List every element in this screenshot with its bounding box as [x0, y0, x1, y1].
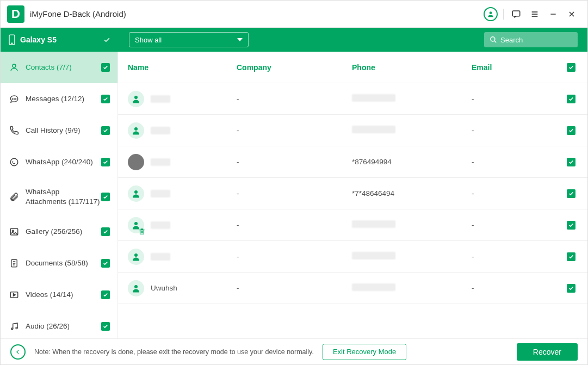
sidebar: Contacts (7/7) Messages (12/12) Call His…	[1, 52, 118, 338]
table-row[interactable]: - *7*48646494 -	[118, 178, 587, 209]
sidebar-item-label: WhatsApp Attachments (117/117)	[26, 187, 101, 206]
close-button[interactable]	[562, 5, 581, 23]
sidebar-item[interactable]: Messages (12/12)	[1, 83, 117, 115]
sidebar-checkbox[interactable]	[101, 193, 110, 201]
search-input[interactable]	[500, 36, 572, 44]
table-row[interactable]: - -	[118, 209, 587, 241]
cell-phone	[352, 252, 472, 261]
cell-company: -	[237, 126, 352, 134]
cell-email: -	[472, 252, 565, 261]
cell-email: -	[472, 221, 565, 229]
contacts-table: Name Company Phone Email - - - - - *8764…	[118, 52, 587, 338]
header-name[interactable]: Name	[128, 63, 237, 72]
cell-company: -	[237, 284, 352, 292]
cell-phone	[352, 126, 472, 135]
sidebar-checkbox[interactable]	[101, 126, 110, 135]
toolbar: Galaxy S5 Show all	[1, 28, 587, 52]
device-name: Galaxy S5	[20, 35, 57, 44]
sidebar-item-label: Videos (14/14)	[26, 290, 101, 300]
table-row[interactable]: - -	[118, 115, 587, 146]
table-row[interactable]: - -	[118, 83, 587, 115]
row-checkbox[interactable]	[567, 284, 575, 293]
sidebar-checkbox[interactable]	[101, 158, 110, 166]
audio-icon	[8, 321, 20, 331]
sidebar-item-label: Call History (9/9)	[26, 126, 101, 135]
sidebar-item[interactable]: Audio (26/26)	[1, 311, 117, 338]
table-header: Name Company Phone Email	[118, 52, 587, 83]
sidebar-item[interactable]: Call History (9/9)	[1, 115, 117, 146]
app-title: iMyFone D-Back (Android)	[30, 9, 126, 18]
row-checkbox[interactable]	[567, 252, 575, 261]
header-email[interactable]: Email	[472, 63, 565, 72]
sidebar-item-label: Gallery (256/256)	[26, 227, 101, 237]
sidebar-item[interactable]: Videos (14/14)	[1, 279, 117, 311]
sidebar-item-label: Audio (26/26)	[26, 321, 101, 331]
chevron-down-icon	[237, 38, 243, 41]
avatar	[128, 185, 144, 202]
svg-marker-25	[14, 294, 16, 296]
exit-recovery-button[interactable]: Exit Recovery Mode	[323, 344, 406, 360]
cell-company: -	[237, 221, 352, 229]
select-all-checkbox[interactable]	[567, 63, 575, 72]
row-checkbox[interactable]	[567, 95, 575, 103]
sidebar-checkbox[interactable]	[101, 290, 110, 299]
minimize-button[interactable]	[544, 5, 562, 23]
sidebar-checkbox[interactable]	[101, 63, 110, 72]
svg-point-30	[134, 190, 138, 194]
sidebar-item[interactable]: Gallery (256/256)	[1, 216, 117, 248]
feedback-icon[interactable]	[507, 5, 525, 23]
video-icon	[8, 290, 20, 300]
cell-company: -	[237, 189, 352, 197]
filter-dropdown[interactable]: Show all	[129, 32, 249, 47]
sidebar-item-label: Contacts (7/7)	[26, 63, 101, 72]
cell-phone: *876494994	[352, 158, 472, 166]
message-icon	[8, 94, 20, 104]
table-row[interactable]: - *876494994 -	[118, 146, 587, 178]
header-company[interactable]: Company	[237, 63, 352, 72]
sidebar-item[interactable]: Contacts (7/7)	[1, 52, 117, 83]
row-checkbox[interactable]	[567, 189, 575, 198]
whatsapp-icon	[8, 157, 20, 167]
svg-point-36	[134, 253, 138, 257]
recover-button[interactable]: Recover	[517, 343, 578, 361]
avatar	[128, 280, 144, 296]
menu-icon[interactable]	[525, 5, 544, 23]
account-button[interactable]	[481, 5, 500, 23]
row-checkbox[interactable]	[567, 158, 575, 166]
row-checkbox[interactable]	[567, 221, 575, 230]
sidebar-checkbox[interactable]	[101, 227, 110, 236]
row-checkbox[interactable]	[567, 126, 575, 135]
header-phone[interactable]: Phone	[352, 63, 472, 72]
table-row[interactable]: - -	[118, 241, 587, 273]
svg-point-14	[12, 98, 13, 99]
footer-note: Note: When the recovery is done, please …	[34, 348, 314, 356]
cell-company: -	[237, 158, 352, 166]
sidebar-checkbox[interactable]	[101, 95, 110, 103]
titlebar: D iMyFone D-Back (Android)	[1, 1, 587, 28]
back-button[interactable]	[10, 344, 26, 360]
svg-point-9	[11, 43, 13, 44]
device-selector[interactable]: Galaxy S5	[1, 28, 118, 52]
sidebar-checkbox[interactable]	[101, 322, 110, 331]
svg-point-27	[16, 327, 17, 329]
search-icon	[490, 36, 497, 44]
svg-point-13	[13, 64, 16, 67]
phone-icon	[8, 126, 20, 135]
avatar	[128, 154, 144, 170]
sidebar-item[interactable]: Documents (58/58)	[1, 248, 117, 279]
sidebar-checkbox[interactable]	[101, 259, 110, 268]
sidebar-item[interactable]: WhatsApp (240/240)	[1, 146, 117, 178]
avatar	[128, 249, 144, 265]
filter-label: Show all	[135, 36, 162, 44]
document-icon	[8, 258, 20, 268]
sidebar-item-label: Documents (58/58)	[26, 258, 101, 268]
sidebar-item[interactable]: WhatsApp Attachments (117/117)	[1, 178, 117, 216]
svg-point-37	[134, 285, 138, 288]
svg-marker-10	[237, 38, 243, 41]
table-row[interactable]: Uwuhsh - -	[118, 273, 587, 304]
svg-point-28	[134, 96, 138, 99]
check-icon	[103, 36, 110, 44]
sidebar-item-label: WhatsApp (240/240)	[26, 157, 101, 167]
search-box[interactable]	[484, 32, 578, 47]
footer: Note: When the recovery is done, please …	[1, 338, 587, 364]
